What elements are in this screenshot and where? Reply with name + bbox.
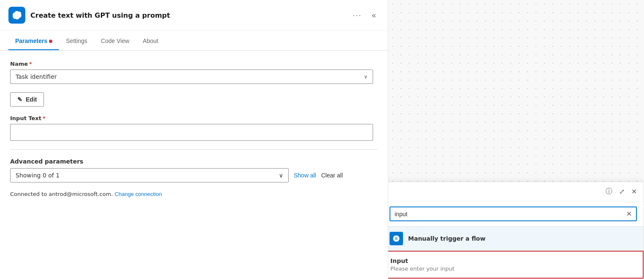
tab-parameters[interactable]: Parameters: [8, 31, 59, 50]
edit-button[interactable]: ✎ Edit: [10, 92, 44, 107]
gpt-icon: [12, 10, 22, 20]
search-input[interactable]: [395, 211, 626, 217]
search-bar: ✕: [390, 207, 637, 221]
search-clear-icon: ✕: [626, 210, 632, 217]
trigger-label: Manually trigger a flow: [408, 235, 485, 242]
name-field-group: Name * Task identifier ∨: [10, 61, 378, 84]
info-icon: ⓘ: [606, 187, 612, 196]
input-text-required-star: *: [43, 115, 46, 121]
popup-close-button[interactable]: ✕: [630, 186, 639, 197]
tab-code-view[interactable]: Code View: [94, 31, 136, 50]
panel-title: Create text with GPT using a prompt: [30, 11, 344, 19]
advanced-params-label: Advanced parameters: [10, 158, 378, 165]
advanced-params-group: Advanced parameters Showing 0 of 1 ∨ Sho…: [10, 158, 378, 182]
popup-info-button[interactable]: ⓘ: [604, 185, 614, 198]
trigger-icon: [390, 232, 403, 245]
name-chevron-icon: ∨: [364, 74, 368, 80]
input-result-item[interactable]: Input Please enter your input: [388, 251, 644, 279]
connection-info: Connected to antrod@microsoft.com. Chang…: [10, 191, 378, 197]
tab-settings[interactable]: Settings: [59, 31, 94, 50]
result-item-subtitle: Please enter your input: [390, 266, 636, 272]
advanced-params-section: Showing 0 of 1 ∨ Show all Clear all: [10, 168, 378, 182]
popup-expand-button[interactable]: ⤢: [617, 186, 626, 197]
trigger-flow-icon: [392, 235, 400, 242]
edit-pencil-icon: ✎: [17, 96, 22, 103]
header-actions: ··· «: [349, 9, 379, 21]
panel-header: Create text with GPT using a prompt ··· …: [0, 0, 388, 31]
clear-all-button[interactable]: Clear all: [321, 172, 343, 179]
popup-header: ⓘ ⤢ ✕: [388, 182, 644, 201]
tab-required-dot: [49, 40, 52, 43]
input-text-field[interactable]: [10, 124, 373, 141]
change-connection-button[interactable]: Change connection: [115, 191, 162, 197]
more-options-button[interactable]: ···: [349, 9, 365, 21]
canvas-panel: ⓘ ⤢ ✕ ✕ Manually: [388, 0, 644, 279]
name-label: Name *: [10, 61, 378, 67]
input-text-label: Input Text *: [10, 115, 378, 121]
edit-button-group: ✎ Edit: [10, 92, 378, 107]
search-bar-container: ✕: [388, 201, 644, 227]
search-clear-button[interactable]: ✕: [626, 210, 632, 218]
collapse-button[interactable]: «: [368, 9, 379, 21]
advanced-chevron-icon: ∨: [279, 172, 283, 179]
left-panel: Create text with GPT using a prompt ··· …: [0, 0, 388, 279]
advanced-select[interactable]: Showing 0 of 1 ∨: [10, 168, 289, 182]
show-all-button[interactable]: Show all: [294, 172, 316, 179]
close-icon: ✕: [631, 188, 637, 196]
dynamic-content-popup: ⓘ ⤢ ✕ ✕ Manually: [388, 182, 644, 279]
manually-trigger-item[interactable]: Manually trigger a flow: [388, 227, 644, 251]
name-select[interactable]: Task identifier ∨: [10, 70, 373, 84]
tabs-bar: Parameters Settings Code View About: [0, 31, 388, 51]
expand-icon: ⤢: [619, 188, 625, 196]
result-item-title: Input: [390, 258, 636, 264]
input-text-field-group: Input Text *: [10, 115, 378, 141]
divider: [10, 149, 378, 150]
panel-content: Name * Task identifier ∨ ✎ Edit Input Te…: [0, 51, 388, 279]
app-icon: [8, 7, 25, 24]
svg-point-0: [16, 14, 18, 16]
tab-about[interactable]: About: [136, 31, 165, 50]
name-required-star: *: [29, 61, 32, 67]
